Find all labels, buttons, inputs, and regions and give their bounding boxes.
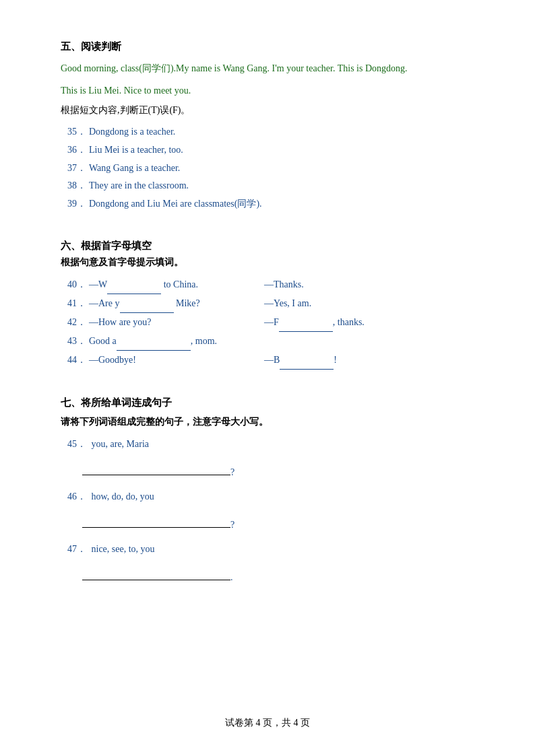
section-six: 六、根据首字母填空 根据句意及首字母提示填词。 40． —W to China.… [61, 240, 474, 370]
fill-item-42: 42． —How are you? —F, thanks. [67, 313, 474, 332]
passage-line2: This is Liu Mei. Nice to meet you. [61, 82, 474, 99]
write-block-45: 45． you, are, Maria ? [61, 435, 474, 478]
fill-item-45: 45． you, are, Maria [67, 435, 474, 454]
blank-42-right[interactable] [279, 331, 333, 332]
answer-line-47[interactable] [82, 568, 230, 580]
answer-line-45[interactable] [82, 463, 230, 475]
write-block-47: 47． nice, see, to, you . [61, 540, 474, 583]
section-seven: 七、将所给单词连成句子 请将下列词语组成完整的句子，注意字母大小写。 45． y… [61, 397, 474, 583]
question-36: 36．Liu Mei is a teacher, too. [67, 141, 474, 160]
blank-44-right[interactable] [280, 369, 334, 370]
question-35: 35．Dongdong is a teacher. [67, 123, 474, 141]
section-seven-instruction: 请将下列词语组成完整的句子，注意字母大小写。 [61, 416, 474, 428]
question-37: 37．Wang Gang is a teacher. [67, 160, 474, 178]
words-47: nice, see, to, you [92, 544, 155, 554]
section-five: 五、阅读判断 Good morning, class(同学们).My name … [61, 40, 474, 213]
section-five-title: 五、阅读判断 [61, 40, 474, 53]
answer-line-46[interactable] [82, 516, 230, 528]
fill-item-47: 47． nice, see, to, you [67, 540, 474, 559]
words-46: how, do, do, you [92, 491, 154, 502]
write-block-46: 46． how, do, do, you ? [61, 487, 474, 530]
fill-item-46: 46． how, do, do, you [67, 487, 474, 506]
section-seven-title: 七、将所给单词连成句子 [61, 397, 474, 409]
page-footer: 试卷第 4 页，共 4 页 [61, 717, 474, 729]
fill-item-44: 44． —Goodbye! —B! [67, 351, 474, 370]
question-39: 39．Dongdong and Liu Mei are classmates(同… [67, 195, 474, 213]
fill-item-43: 43． Good a, mom. [67, 332, 474, 351]
fill-item-40: 40． —W to China. —Thanks. [67, 275, 474, 294]
section-six-title: 六、根据首字母填空 [61, 240, 474, 252]
words-45: you, are, Maria [92, 439, 150, 449]
footer-text: 试卷第 4 页，共 4 页 [225, 718, 310, 728]
fill-item-41: 41． —Are y Mike? —Yes, I am. [67, 294, 474, 313]
passage-line1: Good morning, class(同学们).My name is Wang… [61, 60, 474, 77]
question-38: 38．They are in the classroom. [67, 177, 474, 195]
section-six-instruction: 根据句意及首字母提示填词。 [61, 256, 474, 269]
page: 五、阅读判断 Good morning, class(同学们).My name … [0, 0, 535, 756]
section-five-instruction: 根据短文内容,判断正(T)误(F)。 [61, 104, 474, 116]
